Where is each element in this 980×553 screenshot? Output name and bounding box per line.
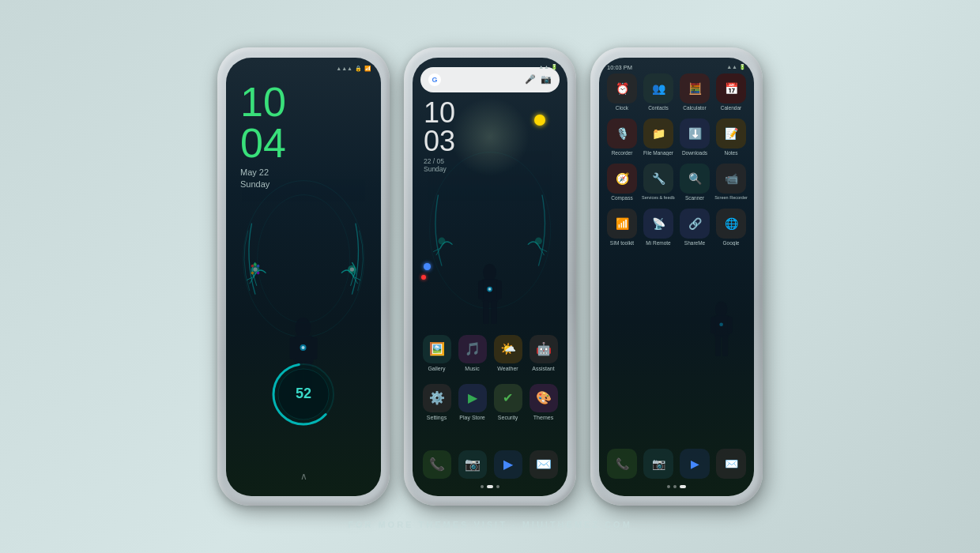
dock-camera[interactable]: 📷: [456, 450, 489, 479]
dock-browser[interactable]: ▶: [492, 450, 525, 479]
svg-point-5: [349, 267, 353, 271]
page-dots: [481, 485, 499, 488]
app-playstore[interactable]: ▶ Play Store: [456, 384, 489, 420]
microphone-icon[interactable]: 🎤: [525, 74, 536, 85]
left-minute: 04: [240, 122, 286, 164]
app-notes[interactable]: 📝 Notes: [714, 118, 748, 156]
app-security[interactable]: ✔ Security: [492, 384, 525, 420]
right-row-3: 🧭 Compass 🔧 Services & feedback 🔍 Scanne…: [604, 164, 749, 201]
left-screen-content: ▲▲▲ 🔒 📶 10 04 May 22 Sunday: [226, 58, 381, 496]
ironman-right: [702, 297, 741, 364]
app-themes[interactable]: 🎨 Themes: [527, 384, 560, 420]
app-file-manager[interactable]: 📁 File Manager: [641, 118, 676, 156]
app-shareme[interactable]: 🔗 ShareMe: [677, 209, 712, 246]
svg-point-1: [257, 194, 349, 322]
center-dock: 📞 📷 ▶ ✉️: [413, 450, 567, 479]
right-app-grid: ⏰ Clock 👥 Contacts 🧮 Calculator 📅: [599, 73, 754, 254]
svg-rect-29: [496, 280, 502, 299]
center-app-grid: 🖼️ Gallery 🎵 Music 🌤️ Weather 🤖: [413, 335, 567, 433]
app-services[interactable]: 🔧 Services & feedback: [641, 164, 676, 201]
app-scanner[interactable]: 🔍 Scanner: [677, 164, 712, 201]
dot-1: [481, 485, 484, 488]
app-gallery[interactable]: 🖼️ Gallery: [420, 335, 454, 371]
app-settings[interactable]: ⚙️ Settings: [420, 384, 454, 420]
search-bar[interactable]: G 🎤 📷: [420, 67, 560, 92]
svg-rect-28: [478, 280, 484, 299]
app-weather[interactable]: 🌤️ Weather: [492, 335, 525, 371]
app-assistant[interactable]: 🤖 Assistant: [527, 335, 560, 371]
center-clock: 10 03 22 / 05 Sunday: [424, 99, 455, 173]
right-row-4: 📶 SIM toolkit 📡 Mi Remote 🔗 ShareMe: [604, 209, 749, 246]
app-downloads[interactable]: ⬇️ Downloads: [677, 118, 712, 156]
lens-icon[interactable]: 📷: [541, 74, 552, 85]
phone-left-screen: ▲▲▲ 🔒 📶 10 04 May 22 Sunday: [226, 58, 381, 496]
svg-point-34: [715, 302, 727, 318]
phone-center-screen: G 🎤 📷 10 03 22 / 05 Sunday: [413, 58, 567, 496]
left-hour: 10: [240, 81, 286, 122]
left-status-bar: ▲▲▲ 🔒 📶: [336, 66, 371, 72]
right-dock-camera[interactable]: 📷: [641, 449, 676, 479]
svg-point-8: [257, 264, 260, 267]
svg-rect-38: [715, 335, 721, 356]
app-clock[interactable]: ⏰ Clock: [605, 73, 639, 111]
svg-rect-36: [711, 317, 716, 334]
center-screen-content: G 🎤 📷 10 03 22 / 05 Sunday: [413, 58, 567, 496]
right-dot-2: [673, 485, 677, 488]
phone-right: 10:03 PM ▲▲ 🔋 ⏰ Clock 👥 Contacts: [590, 47, 763, 506]
center-minute: 03: [424, 127, 455, 156]
battery-circle: 52: [268, 359, 339, 430]
svg-point-6: [251, 264, 254, 267]
yellow-dot: [534, 115, 545, 126]
dot-2: [487, 485, 493, 488]
app-row-2: ⚙️ Settings ▶ Play Store ✔ Security 🎨: [419, 384, 561, 420]
right-dock-browser[interactable]: ▶: [677, 449, 712, 479]
phone-left: ▲▲▲ 🔒 📶 10 04 May 22 Sunday: [217, 47, 390, 506]
right-row-1: ⏰ Clock 👥 Contacts 🧮 Calculator 📅: [604, 73, 749, 111]
svg-rect-39: [722, 335, 728, 356]
svg-rect-14: [311, 337, 318, 359]
app-contacts[interactable]: 👥 Contacts: [641, 73, 676, 111]
svg-point-24: [438, 238, 445, 245]
svg-point-25: [535, 238, 542, 245]
right-dot-1: [667, 485, 670, 488]
app-row-1: 🖼️ Gallery 🎵 Music 🌤️ Weather 🤖: [419, 335, 561, 371]
blue-dot: [424, 263, 431, 270]
app-recorder[interactable]: 🎙️ Recorder: [605, 118, 639, 156]
app-google[interactable]: 🌐 Google: [714, 209, 748, 246]
ironman-center: [469, 258, 512, 333]
svg-text:52: 52: [296, 386, 311, 401]
app-screen-recorder[interactable]: 📹 Screen Recorder: [714, 164, 748, 201]
svg-rect-37: [728, 317, 733, 334]
center-date: 22 / 05 Sunday: [424, 157, 455, 173]
svg-point-26: [483, 264, 496, 281]
svg-point-11: [296, 318, 311, 338]
phones-container: ▲▲▲ 🔒 📶 10 04 May 22 Sunday: [217, 47, 763, 506]
dock-phone[interactable]: 📞: [420, 450, 454, 479]
svg-point-33: [488, 288, 491, 291]
app-mi-remote[interactable]: 📡 Mi Remote: [641, 209, 676, 246]
svg-rect-30: [483, 301, 489, 325]
app-music[interactable]: 🎵 Music: [456, 335, 489, 371]
center-status-bar: ▲▲ 🔋: [538, 64, 558, 70]
right-dock: 📞 📷 ▶ ✉️: [599, 449, 754, 479]
svg-point-18: [302, 346, 305, 349]
svg-point-7: [254, 263, 257, 266]
red-dot: [421, 275, 426, 280]
orb-bg: [450, 97, 530, 176]
phone-center: G 🎤 📷 10 03 22 / 05 Sunday: [404, 47, 576, 506]
watermark: FOR MORE THEMES VISIT - MIUITHEMEZ.COM: [348, 520, 632, 529]
app-calculator[interactable]: 🧮 Calculator: [677, 73, 712, 111]
app-sim-toolkit[interactable]: 📶 SIM toolkit: [605, 209, 639, 246]
app-calendar[interactable]: 📅 Calendar: [714, 73, 748, 111]
svg-point-10: [257, 271, 260, 274]
phone-right-screen: 10:03 PM ▲▲ 🔋 ⏰ Clock 👥 Contacts: [599, 58, 754, 496]
right-dock-phone[interactable]: 📞: [605, 449, 639, 479]
right-screen-content: 10:03 PM ▲▲ 🔋 ⏰ Clock 👥 Contacts: [599, 58, 754, 496]
right-page-dots: [667, 485, 686, 488]
app-compass[interactable]: 🧭 Compass: [605, 164, 639, 201]
home-indicator[interactable]: ∧: [300, 471, 307, 482]
right-dock-messages[interactable]: ✉️: [714, 449, 748, 479]
svg-rect-31: [491, 301, 497, 325]
svg-point-3: [253, 267, 257, 271]
dock-messages[interactable]: ✉️: [527, 450, 560, 479]
